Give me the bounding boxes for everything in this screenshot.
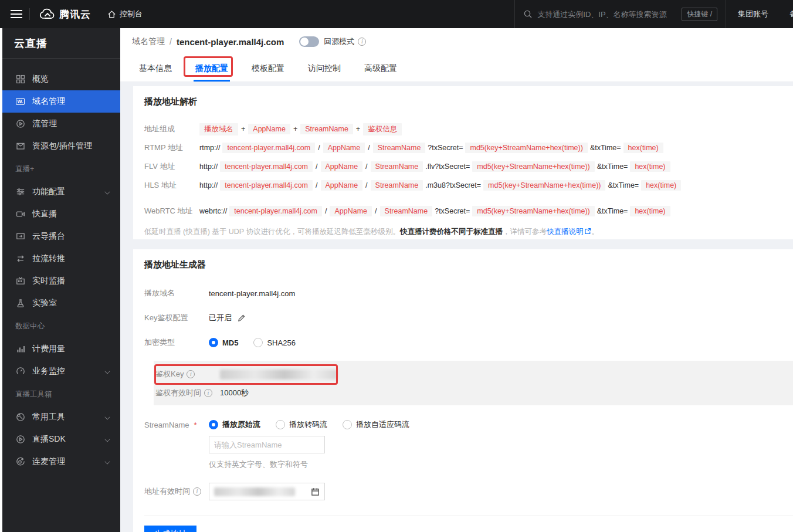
tools-icon (15, 412, 25, 422)
sliders-icon (15, 187, 25, 197)
cloud-icon (39, 8, 55, 20)
generator-title: 播放地址生成器 (144, 259, 793, 270)
sidebar-item-package-management[interactable]: 资源包/插件管理 (2, 135, 120, 157)
sidebar-item-stream-relay[interactable]: 拉流转推 (2, 248, 120, 270)
info-icon[interactable]: i (193, 487, 201, 496)
fast-live-doc-link[interactable]: 快直播说明 (547, 228, 584, 236)
search-input[interactable] (537, 10, 677, 19)
stream-play-icon (15, 119, 25, 129)
truncated-nav-item[interactable]: 备 (780, 0, 793, 28)
group-account-link[interactable]: 集团账号 (726, 0, 780, 28)
edit-pencil-icon[interactable] (238, 314, 246, 322)
play-address-generator-card: 播放地址生成器 播放域名 tencent-player.mall4j.com K… (133, 249, 793, 532)
stream-name-input[interactable] (209, 436, 325, 453)
origin-mode-toggle[interactable] (299, 36, 319, 47)
time-chip: hex(time) (641, 180, 681, 191)
radio-sha256[interactable]: SHA256 (253, 338, 295, 347)
package-icon (15, 141, 25, 151)
streamname-chip: StreamName (371, 180, 423, 191)
tencent-cloud-logo[interactable]: 腾讯云 (36, 8, 99, 21)
sidebar-item-label: 域名管理 (32, 96, 65, 107)
generate-address-button[interactable]: 生成地址 (144, 526, 196, 532)
caster-icon (15, 232, 25, 242)
domain-chip: tencent-player.mall4j.com (222, 143, 315, 153)
breadcrumb: 域名管理 / tencent-player.mall4j.com 回源模式 i (120, 28, 793, 47)
sidebar-item-business-monitor[interactable]: 业务监控 (2, 360, 120, 382)
hamburger-menu-icon[interactable] (0, 0, 27, 28)
tab-basic-info[interactable]: 基本信息 (139, 57, 172, 82)
tab-template-config[interactable]: 模板配置 (252, 57, 284, 82)
shortcut-badge: 快捷键 / (682, 8, 717, 21)
radio-unselected-icon (343, 420, 352, 429)
breadcrumb-parent-link[interactable]: 域名管理 (132, 36, 165, 47)
compose-chip: StreamName (300, 124, 353, 134)
sidebar-item-domain-management[interactable]: W. 域名管理 (2, 90, 120, 113)
sidebar-item-label: 实验室 (32, 298, 57, 309)
tv-monitor-icon (15, 276, 25, 286)
sidebar-item-cloud-caster[interactable]: 云导播台 (2, 225, 120, 248)
tab-playback-config[interactable]: 播放配置 (195, 57, 228, 82)
info-icon[interactable]: i (187, 370, 195, 378)
appname-chip: AppName (321, 161, 363, 172)
sidebar-item-label: 拉流转推 (32, 253, 65, 264)
calendar-icon (311, 487, 320, 496)
time-chip: hex(time) (630, 206, 670, 216)
sidebar-item-billing-usage[interactable]: 计费用量 (2, 338, 120, 360)
global-search[interactable]: 快捷键 / (514, 0, 726, 28)
breadcrumb-separator: / (170, 37, 172, 46)
radio-unselected-icon (276, 420, 285, 429)
appname-chip: AppName (321, 180, 363, 191)
address-expire-datepicker[interactable] (209, 483, 325, 500)
radio-transcoded-stream[interactable]: 播放转码流 (276, 419, 327, 430)
domain-chip: tencent-player.mall4j.com (220, 161, 313, 172)
chevron-down-icon (104, 414, 110, 419)
sidebar-product-title: 云直播 (2, 28, 120, 59)
compose-chip: 鉴权信息 (363, 123, 402, 135)
tab-advanced-config[interactable]: 高级配置 (364, 57, 397, 82)
sidebar-item-label: 流管理 (32, 118, 57, 129)
console-label: 控制台 (120, 9, 143, 19)
sidebar-item-overview[interactable]: 概览 (2, 68, 120, 90)
relay-arrows-icon (15, 254, 25, 264)
sidebar-item-feature-config[interactable]: 功能配置 (2, 181, 120, 203)
radio-md5[interactable]: MD5 (209, 338, 238, 347)
radio-selected-icon (209, 338, 218, 347)
sidebar-item-live-sdk[interactable]: 直播SDK (2, 428, 120, 450)
tab-access-control[interactable]: 访问控制 (308, 57, 341, 82)
secret-chip: md5(key+StreamName+hex(time)) (483, 180, 605, 191)
domain-chip: tencent-player.mall4j.com (220, 180, 313, 191)
appname-chip: AppName (323, 143, 365, 153)
external-link-icon (584, 228, 591, 235)
info-icon[interactable]: i (358, 38, 366, 46)
radio-selected-icon (209, 420, 218, 429)
secret-chip: md5(key+StreamName+hex(time)) (465, 143, 587, 153)
chevron-down-icon (104, 189, 110, 194)
rtmp-address-row: RTMP 地址 rtmp:// tencent-player.mall4j.co… (144, 141, 793, 154)
info-icon[interactable]: i (204, 389, 212, 397)
address-compose-row: 地址组成 播放域名 + AppName + StreamName + 鉴权信息 (144, 123, 793, 135)
time-chip: hex(time) (623, 143, 663, 153)
sidebar-item-lab[interactable]: 实验室 (2, 292, 120, 314)
sidebar-section-data-center: 数据中心 (2, 314, 120, 338)
radio-adaptive-stream[interactable]: 播放自适应码流 (343, 419, 409, 430)
sidebar-item-mic-management[interactable]: 连麦管理 (2, 450, 120, 473)
radio-original-stream[interactable]: 播放原始流 (209, 419, 260, 430)
key-auth-row: Key鉴权配置 已开启 (144, 313, 793, 323)
secret-chip: md5(key+StreamName+hex(time)) (472, 161, 594, 172)
console-link[interactable]: 控制台 (99, 9, 151, 19)
sidebar-item-stream-management[interactable]: 流管理 (2, 113, 120, 135)
sidebar-item-label: 计费用量 (32, 344, 65, 354)
sidebar-item-fast-live[interactable]: 快直播 (2, 203, 120, 225)
sidebar-item-common-tools[interactable]: 常用工具 (2, 406, 120, 428)
streamname-chip: StreamName (371, 161, 423, 172)
auth-key-row: 鉴权Keyi (155, 369, 793, 379)
webrtc-address-row: WebRTC 地址 webrtc:// tencent-player.mall4… (144, 205, 793, 218)
sidebar-item-realtime-monitor[interactable]: 实时监播 (2, 270, 120, 292)
compose-chip: 播放域名 (199, 123, 238, 135)
sidebar-item-label: 功能配置 (32, 187, 65, 197)
sidebar-item-label: 云导播台 (32, 231, 65, 242)
bar-chart-icon (15, 344, 25, 354)
gauge-icon (15, 367, 25, 377)
page-header: 域名管理 / tencent-player.mall4j.com 回源模式 i … (120, 28, 793, 82)
fast-live-icon (15, 209, 25, 219)
